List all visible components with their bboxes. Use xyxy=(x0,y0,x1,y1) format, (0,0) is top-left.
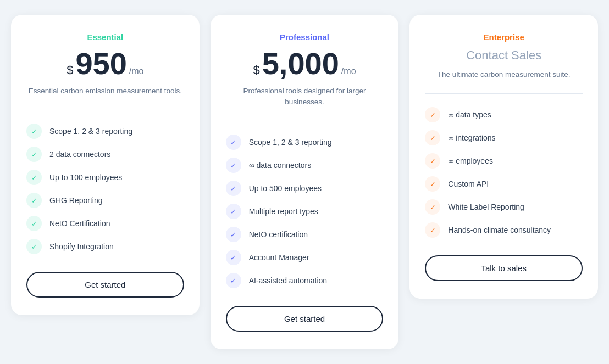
plan-card-enterprise: EnterpriseContact SalesThe ultimate carb… xyxy=(409,15,598,299)
list-item: ✓Up to 100 employees xyxy=(26,170,184,185)
price-period-essential: /mo xyxy=(129,66,144,76)
cta-button-essential[interactable]: Get started xyxy=(26,272,184,298)
price-row-essential: $950/mo xyxy=(26,48,184,79)
feature-text: NetO certification xyxy=(249,230,308,239)
check-icon: ✓ xyxy=(425,199,440,215)
check-icon: ✓ xyxy=(226,158,241,173)
list-item: ✓Multiple report types xyxy=(226,204,384,219)
features-list-essential: ✓Scope 1, 2 & 3 reporting✓2 data connect… xyxy=(26,124,184,254)
list-item: ✓2 data connectors xyxy=(26,147,184,162)
list-item: ✓White Label Reporting xyxy=(425,199,583,215)
plan-name-enterprise: Enterprise xyxy=(425,32,583,42)
feature-text: Up to 500 employees xyxy=(249,184,322,193)
list-item: ✓NetO certification xyxy=(226,227,384,242)
check-icon: ✓ xyxy=(226,227,241,242)
pricing-container: Essential$950/moEssential carbon emissio… xyxy=(11,15,598,350)
feature-text: Hands-on climate consultancy xyxy=(448,226,551,234)
feature-text: ∞ integrations xyxy=(448,133,495,142)
feature-text: AI-assisted automation xyxy=(249,276,327,285)
feature-text: White Label Reporting xyxy=(448,203,524,211)
feature-text: ∞ data types xyxy=(448,110,491,119)
feature-text: GHG Reporting xyxy=(49,196,102,205)
feature-text: ∞ data connectors xyxy=(249,161,312,170)
list-item: ✓Scope 1, 2 & 3 reporting xyxy=(26,124,184,139)
price-dollar-essential: $ xyxy=(67,63,73,77)
check-icon: ✓ xyxy=(226,181,241,196)
check-icon: ✓ xyxy=(425,130,440,145)
features-list-professional: ✓Scope 1, 2 & 3 reporting✓∞ data connect… xyxy=(226,135,384,288)
check-icon: ✓ xyxy=(226,250,241,265)
list-item: ✓Up to 500 employees xyxy=(226,181,384,196)
feature-text: ∞ employees xyxy=(448,156,493,165)
price-value-professional: 5,000 xyxy=(262,48,339,79)
plan-name-essential: Essential xyxy=(26,32,184,42)
check-icon: ✓ xyxy=(26,124,42,139)
check-icon: ✓ xyxy=(26,193,42,208)
list-item: ✓Custom API xyxy=(425,176,583,192)
price-value-essential: 950 xyxy=(75,48,126,79)
list-item: ✓∞ data connectors xyxy=(226,158,384,173)
check-icon: ✓ xyxy=(26,147,42,162)
check-icon: ✓ xyxy=(226,204,241,219)
price-dollar-professional: $ xyxy=(253,63,259,77)
feature-text: Scope 1, 2 & 3 reporting xyxy=(249,138,332,147)
check-icon: ✓ xyxy=(425,153,440,169)
divider-professional xyxy=(226,121,384,121)
check-icon: ✓ xyxy=(425,222,440,238)
check-icon: ✓ xyxy=(26,170,42,185)
list-item: ✓NetO Certification xyxy=(26,216,184,231)
features-list-enterprise: ✓∞ data types✓∞ integrations✓∞ employees… xyxy=(425,107,583,238)
cta-button-enterprise[interactable]: Talk to sales xyxy=(425,255,583,281)
divider-essential xyxy=(26,110,184,110)
list-item: ✓∞ integrations xyxy=(425,130,583,145)
feature-text: 2 data connectors xyxy=(49,150,110,159)
list-item: ✓Account Manager xyxy=(226,250,384,265)
list-item: ✓GHG Reporting xyxy=(26,193,184,208)
feature-text: Scope 1, 2 & 3 reporting xyxy=(49,127,132,136)
check-icon: ✓ xyxy=(26,216,42,231)
plan-desc-enterprise: The ultimate carbon measurement suite. xyxy=(425,69,583,80)
feature-text: Multiple report types xyxy=(249,207,318,216)
check-icon: ✓ xyxy=(425,107,440,122)
price-period-professional: /mo xyxy=(341,66,356,76)
check-icon: ✓ xyxy=(425,176,440,192)
plan-desc-professional: Professional tools designed for larger b… xyxy=(226,86,384,108)
price-row-professional: $5,000/mo xyxy=(226,48,384,79)
divider-enterprise xyxy=(425,93,583,94)
plan-name-professional: Professional xyxy=(226,32,384,42)
plan-card-essential: Essential$950/moEssential carbon emissio… xyxy=(11,15,200,315)
check-icon: ✓ xyxy=(226,273,241,288)
check-icon: ✓ xyxy=(26,239,42,254)
feature-text: Custom API xyxy=(448,180,489,188)
contact-sales-enterprise: Contact Sales xyxy=(425,48,583,63)
plan-card-professional: Professional$5,000/moProfessional tools … xyxy=(211,15,399,350)
plan-desc-essential: Essential carbon emission measurement to… xyxy=(26,86,184,97)
feature-text: Shopify Integration xyxy=(49,242,114,251)
list-item: ✓AI-assisted automation xyxy=(226,273,384,288)
cta-button-professional[interactable]: Get started xyxy=(226,306,384,332)
list-item: ✓∞ data types xyxy=(425,107,583,122)
check-icon: ✓ xyxy=(226,135,241,150)
list-item: ✓Shopify Integration xyxy=(26,239,184,254)
list-item: ✓Scope 1, 2 & 3 reporting xyxy=(226,135,384,150)
feature-text: NetO Certification xyxy=(49,219,110,228)
list-item: ✓∞ employees xyxy=(425,153,583,169)
list-item: ✓Hands-on climate consultancy xyxy=(425,222,583,238)
feature-text: Up to 100 employees xyxy=(49,173,122,182)
feature-text: Account Manager xyxy=(249,253,309,262)
